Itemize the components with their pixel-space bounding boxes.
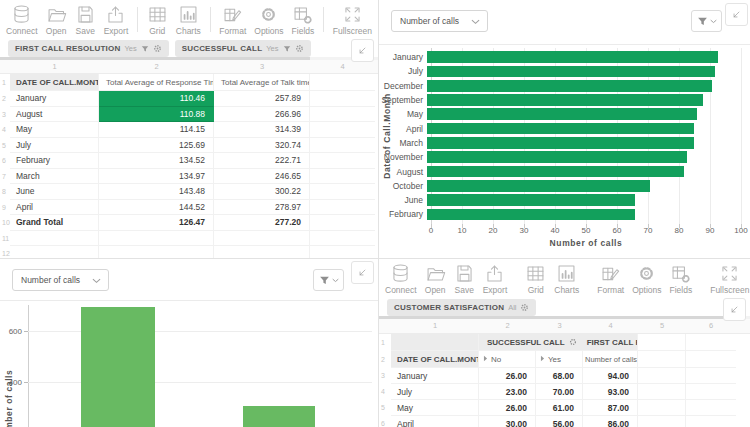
filter-chip-first-call-resolution[interactable]: FIRST CALL RESOLUTION Yes [8,40,169,57]
value-cell[interactable]: 61.00 [536,400,583,416]
grid-view-button[interactable]: Grid [143,4,172,36]
grid-view-button[interactable]: Grid [521,263,550,295]
value-cell[interactable]: 222.71 [214,153,310,169]
row-header-cell[interactable]: August [10,107,99,123]
bar[interactable] [427,194,635,206]
value-cell[interactable]: 134.52 [99,153,214,169]
expand-icon[interactable] [483,355,488,362]
export-button[interactable]: Export [100,4,133,36]
open-button[interactable]: Open [42,4,71,36]
measure-dropdown[interactable]: Number of calls [391,10,488,32]
column-header-no[interactable]: No [479,351,536,368]
value-cell[interactable]: 114.15 [99,122,214,138]
group-header-first-call-resolution[interactable]: FIRST CALL RESOLUTION [587,334,638,351]
value-cell[interactable]: 300.22 [214,184,310,200]
row-header-cell[interactable]: July [10,138,99,154]
bar[interactable] [427,108,697,120]
connect-button[interactable]: Connect [2,4,42,36]
bar[interactable] [427,51,718,63]
value-cell[interactable]: 86.00 [583,416,638,427]
value-cell[interactable]: 26.00 [479,400,536,416]
column-header-number-of-calls[interactable]: Number of calls↓ [583,351,638,368]
value-cell[interactable]: 314.39 [214,122,310,138]
measure-header-response-time[interactable]: Total Average of Response Time (sec)↑ [99,74,214,91]
horizontal-scrollbar[interactable] [0,57,378,60]
save-button[interactable]: Save [71,4,100,36]
value-cell[interactable]: 143.48 [99,184,214,200]
grand-total-value[interactable]: 126.47 [99,215,214,231]
format-button[interactable]: Format [593,263,628,295]
row-dimension-header[interactable]: DATE OF CALL.MONTH [10,74,99,91]
value-cell-highlighted[interactable]: 110.88 [99,107,214,123]
group-header-successful-call[interactable]: SUCCESSFUL CALL [487,334,577,351]
value-cell[interactable]: 56.00 [536,416,583,427]
chart-filter-button[interactable] [691,10,722,32]
grand-total-label[interactable]: Grand Total [10,215,99,231]
measure-header-talk-time[interactable]: Total Average of Talk time (sec) [214,74,310,91]
value-cell[interactable]: 68.00 [536,368,583,384]
save-button[interactable]: Save [450,263,479,295]
bar[interactable] [427,166,684,178]
connect-button[interactable]: Connect [381,263,421,295]
value-cell[interactable]: 93.00 [583,384,638,400]
filter-chip-customer-satisfaction[interactable]: CUSTOMER SATISFACTION All [387,299,536,316]
row-header-cell[interactable]: May [10,122,99,138]
value-cell[interactable]: 134.97 [99,169,214,185]
charts-view-button[interactable]: Charts [172,4,205,36]
bar[interactable] [427,123,694,135]
minimize-panel-button[interactable] [351,261,374,284]
value-cell[interactable]: 257.89 [214,91,310,107]
expand-icon[interactable] [540,355,545,362]
row-header-cell[interactable]: April [391,416,479,427]
fields-button[interactable]: Fields [288,4,319,36]
bar[interactable] [427,80,712,92]
value-cell[interactable]: 278.97 [214,200,310,216]
bar[interactable] [427,94,703,106]
row-header-cell[interactable]: January [10,91,99,107]
row-header-cell[interactable]: July [391,384,479,400]
bar[interactable] [427,151,687,163]
value-cell[interactable]: 30.00 [479,416,536,427]
options-button[interactable]: Options [628,263,665,295]
row-header-cell[interactable]: January [391,368,479,384]
value-cell[interactable]: 23.00 [479,384,536,400]
fullscreen-button[interactable]: Fullscreen [706,263,750,295]
value-cell[interactable]: 266.96 [214,107,310,123]
row-header-cell[interactable]: May [391,400,479,416]
value-cell[interactable]: 94.00 [583,368,638,384]
value-cell[interactable]: 125.69 [99,138,214,154]
column-header-yes[interactable]: Yes [536,351,583,368]
value-cell[interactable]: 87.00 [583,400,638,416]
fullscreen-button[interactable]: Fullscreen [329,4,376,36]
minimize-panel-button[interactable] [351,39,374,62]
format-button[interactable]: Format [215,4,250,36]
chart-filter-button[interactable] [313,269,344,291]
row-header-cell[interactable]: April [10,200,99,216]
bar[interactable] [427,66,715,78]
minimize-panel-button[interactable] [725,3,748,26]
minimize-panel-button[interactable] [723,298,746,321]
value-cell-highlighted[interactable]: 110.46 [99,91,214,107]
horizontal-scrollbar[interactable] [379,316,750,319]
value-cell[interactable]: 70.00 [536,384,583,400]
value-cell[interactable]: 26.00 [479,368,536,384]
fields-button[interactable]: Fields [666,263,697,295]
value-cell[interactable]: 246.65 [214,169,310,185]
charts-view-button[interactable]: Charts [550,263,583,295]
row-header-cell[interactable]: February [10,153,99,169]
bar[interactable] [427,137,694,149]
filter-chip-successful-call[interactable]: SUCCESSFUL CALL Yes [175,40,311,57]
value-cell[interactable]: 144.52 [99,200,214,216]
export-button[interactable]: Export [479,263,512,295]
bar[interactable] [243,406,315,427]
bar[interactable] [81,307,155,427]
bar[interactable] [427,180,650,192]
measure-dropdown[interactable]: Number of calls [12,269,109,291]
row-header-cell[interactable]: March [10,169,99,185]
bar[interactable] [427,209,635,221]
options-button[interactable]: Options [250,4,287,36]
grand-total-value[interactable]: 277.20 [214,215,310,231]
row-header-cell[interactable]: June [10,184,99,200]
open-button[interactable]: Open [421,263,450,295]
row-dimension-header[interactable]: DATE OF CALL.MONTH [391,351,479,368]
